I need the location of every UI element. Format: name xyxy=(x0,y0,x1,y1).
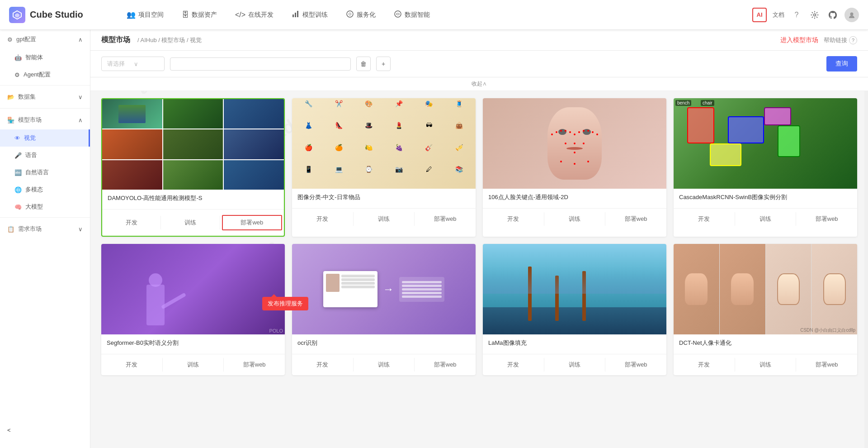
card-6-deploy-btn[interactable]: 部署web xyxy=(415,358,476,372)
svg-marker-1 xyxy=(15,13,19,18)
sidebar-dataset-header[interactable]: 📂 数据集 ∨ xyxy=(0,87,90,106)
nav-data-intelligence-label: 数据智能 xyxy=(405,11,430,19)
sidebar-gpt-config-header[interactable]: ⚙ gpt配置 ∧ xyxy=(0,30,90,49)
nav-model-training[interactable]: 模型训练 xyxy=(283,0,337,30)
dataset-expand-icon: ∨ xyxy=(78,94,83,100)
plus-icon: + xyxy=(382,60,385,67)
model-card-2[interactable]: 🔧 ✂️ 🎨 📌 🎭 🧵 👗 👠 🎩 💄 🕶 👜 xyxy=(292,98,476,237)
card-5-dev-btn[interactable]: 开发 xyxy=(101,358,163,372)
svg-rect-4 xyxy=(297,11,298,17)
card-8-actions: 开发 训练 部署web xyxy=(674,354,857,375)
card-7-dev-btn[interactable]: 开发 xyxy=(483,358,544,372)
ai-agent-label: 智能体 xyxy=(25,53,43,62)
model-card-1[interactable]: DAMOYOLO-高性能通用检测模型-S 开发 训练 部署web xyxy=(101,98,285,237)
sidebar-item-vision[interactable]: 👁 视觉 xyxy=(0,129,90,147)
card-8-dev-btn[interactable]: 开发 xyxy=(674,358,735,372)
card-2-dev-btn[interactable]: 开发 xyxy=(292,212,354,226)
help-button[interactable]: ? xyxy=(790,9,803,21)
card-5-deploy-btn[interactable]: 部署web xyxy=(224,358,285,372)
svg-point-17 xyxy=(587,130,589,132)
nav-data-intelligence[interactable]: 数据智能 xyxy=(385,0,439,30)
delete-filter-btn[interactable]: 🗑 xyxy=(356,57,371,71)
card-7-title: LaMa图像填充 xyxy=(483,334,666,354)
card-2-actions: 开发 训练 部署web xyxy=(292,209,476,229)
card-2-title: 图像分类-中文-日常物品 xyxy=(292,189,476,209)
card-6-train-btn[interactable]: 训练 xyxy=(354,358,415,372)
svg-point-8 xyxy=(850,12,854,15)
model-card-6[interactable]: → ocr识别 开发 xyxy=(292,244,476,375)
doc-button[interactable]: 文档 xyxy=(772,9,785,21)
card-2-deploy-btn[interactable]: 部署web xyxy=(415,212,476,226)
svg-point-5 xyxy=(347,11,353,17)
online-dev-icon: </> xyxy=(235,11,245,19)
doc-label: 文档 xyxy=(773,11,784,19)
sidebar-demand-market-header[interactable]: 📋 需求市场 ∨ xyxy=(0,219,90,238)
nav-project-space[interactable]: 👥 项目空间 xyxy=(118,0,173,30)
model-card-5[interactable]: POLO Segformer-B0实时语义分割 开发 训练 部署web xyxy=(101,244,285,375)
sidebar-item-multi-modal[interactable]: 🌐 多模态 xyxy=(0,181,90,198)
svg-point-13 xyxy=(569,131,571,133)
card-3-dev-btn[interactable]: 开发 xyxy=(483,212,544,226)
filter-select-placeholder: 请选择 xyxy=(107,60,125,68)
svg-rect-3 xyxy=(295,13,296,17)
card-5-train-btn[interactable]: 训练 xyxy=(163,358,224,372)
nav-items: 👥 项目空间 🗄 数据资产 </> 在线开发 模型训练 服务化 xyxy=(118,0,752,30)
card-7-deploy-btn[interactable]: 部署web xyxy=(605,358,666,372)
sidebar-item-nlp[interactable]: 🔤 自然语言 xyxy=(0,164,90,181)
card-7-train-btn[interactable]: 训练 xyxy=(544,358,606,372)
card-2-train-btn[interactable]: 训练 xyxy=(354,212,415,226)
agent-config-icon: ⚙ xyxy=(14,71,20,78)
svg-point-26 xyxy=(587,161,589,162)
sidebar-item-agent-config[interactable]: ⚙ Agent配置 xyxy=(0,66,90,83)
ai-button[interactable]: AI xyxy=(752,8,767,22)
project-space-icon: 👥 xyxy=(127,10,136,19)
card-7-image xyxy=(483,244,666,334)
card-3-deploy-btn[interactable]: 部署web xyxy=(605,212,666,226)
help-link[interactable]: 帮助链接 ? xyxy=(824,36,857,44)
sidebar-item-voice[interactable]: 🎤 语音 xyxy=(0,147,90,164)
model-card-8[interactable]: CSDN @小白由口义白cdllp DCT-Net人像卡通化 开发 训练 部署w… xyxy=(674,244,857,375)
nav-data-assets[interactable]: 🗄 数据资产 xyxy=(173,0,226,30)
card-3-train-btn[interactable]: 训练 xyxy=(544,212,606,226)
query-button[interactable]: 查询 xyxy=(826,56,857,71)
top-nav: Cube Studio 👥 项目空间 🗄 数据资产 </> 在线开发 模型训练 … xyxy=(0,0,868,30)
filter-select[interactable]: 请选择 ∨ xyxy=(101,57,165,71)
sidebar-item-ai-agent[interactable]: 🤖 智能体 xyxy=(0,49,90,66)
filter-input[interactable] xyxy=(170,57,351,71)
model-market-icon: 🏪 xyxy=(7,117,14,124)
add-filter-btn[interactable]: + xyxy=(376,57,391,71)
logo-icon xyxy=(9,7,25,23)
card-4-deploy-btn[interactable]: 部署web xyxy=(796,212,857,226)
sidebar-item-large-model[interactable]: 🧠 大模型 xyxy=(0,198,90,215)
help-link-text: 帮助链接 xyxy=(824,36,847,44)
nav-model-training-label: 模型训练 xyxy=(302,11,328,19)
nav-online-dev[interactable]: </> 在线开发 xyxy=(226,0,283,30)
nav-service[interactable]: 服务化 xyxy=(337,0,385,30)
multi-modal-label: 多模态 xyxy=(25,186,43,194)
card-1-deploy-btn[interactable]: 部署web xyxy=(222,215,282,230)
github-button[interactable] xyxy=(826,9,839,21)
card-4-train-btn[interactable]: 训练 xyxy=(735,212,797,226)
collapse-bar[interactable]: 收起∧ xyxy=(90,77,868,91)
svg-point-21 xyxy=(574,143,576,144)
card-8-deploy-btn[interactable]: 部署web xyxy=(796,358,857,372)
svg-point-15 xyxy=(578,131,580,133)
card-6-dev-btn[interactable]: 开发 xyxy=(292,358,354,372)
nav-right: AI 文档 ? xyxy=(752,8,859,22)
divider-1 xyxy=(0,85,90,86)
card-1-train-btn[interactable]: 训练 xyxy=(161,216,220,229)
sidebar-model-market-header[interactable]: 🏪 模型市场 ∧ xyxy=(0,110,90,129)
sidebar-collapse-btn[interactable]: < xyxy=(0,421,90,439)
settings-button[interactable] xyxy=(808,9,821,21)
card-8-train-btn[interactable]: 训练 xyxy=(735,358,797,372)
model-card-7[interactable]: LaMa图像填充 开发 训练 部署web xyxy=(483,244,666,375)
card-1-dev-btn[interactable]: 开发 xyxy=(102,216,161,229)
nav-online-dev-label: 在线开发 xyxy=(248,11,274,19)
card-6-actions: 开发 训练 部署web xyxy=(292,354,476,375)
model-card-4[interactable]: bench chair CascadeMaskRCNN-SwinB图像实例分割 … xyxy=(674,98,857,237)
enter-market-link[interactable]: 进入模型市场 xyxy=(780,36,818,44)
sidebar: ⚙ gpt配置 ∧ 🤖 智能体 ⚙ Agent配置 📂 数据集 ∨ xyxy=(0,30,90,448)
card-4-dev-btn[interactable]: 开发 xyxy=(674,212,735,226)
user-avatar[interactable] xyxy=(844,8,859,22)
model-card-3[interactable]: 106点人脸关键点-通用领域-2D 开发 训练 部署web xyxy=(483,98,666,237)
